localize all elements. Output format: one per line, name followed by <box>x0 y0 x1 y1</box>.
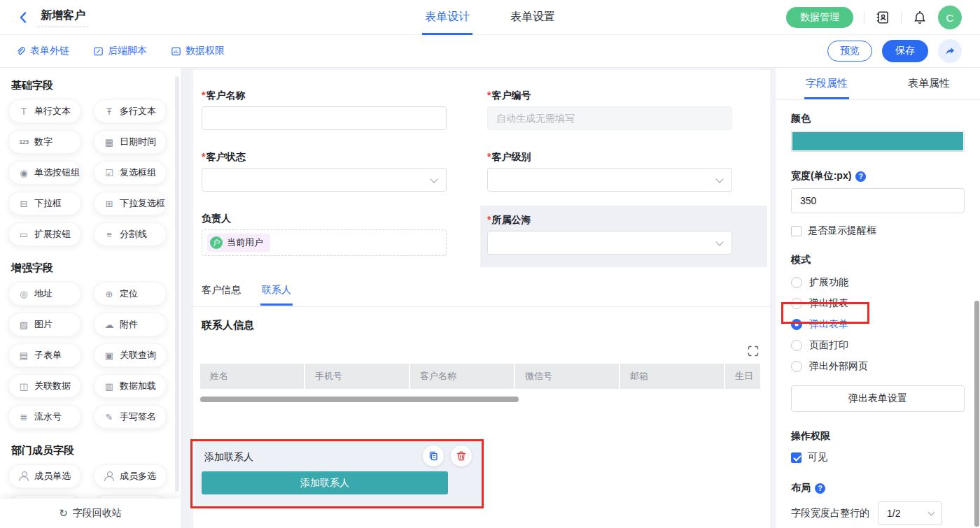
column-header[interactable]: 微信号 <box>515 364 619 389</box>
radio-icon[interactable] <box>791 361 802 372</box>
tab-form-settings[interactable]: 表单设置 <box>510 0 555 35</box>
backend-script-link[interactable]: 后端脚本 <box>93 45 147 57</box>
window-scrollbar[interactable] <box>974 301 979 527</box>
width-help-icon[interactable] <box>855 171 866 182</box>
user-avatar[interactable]: C <box>938 6 962 29</box>
expand-icon[interactable] <box>748 345 759 357</box>
sidebar-item-single-line-text[interactable]: T单行文本 <box>8 99 81 123</box>
mode-option-popup-external[interactable]: 弹出外部网页 <box>791 360 868 373</box>
sidebar-item-number[interactable]: 123数字 <box>8 130 81 154</box>
public-pool-select[interactable] <box>487 231 732 255</box>
tab-customer-info[interactable]: 客户信息 <box>202 284 241 306</box>
layout-width-select[interactable]: 1/2 <box>878 501 942 525</box>
sidebar-scrollbar[interactable] <box>175 76 179 492</box>
tab-field-properties[interactable]: 字段属性 <box>776 68 878 99</box>
layout-row-label: 字段宽度占整行的 <box>791 507 869 520</box>
sidebar-item-checkbox-group[interactable]: ☑复选框组 <box>94 161 167 185</box>
radio-icon[interactable] <box>791 340 802 351</box>
add-contact-button[interactable]: 添加联系人 <box>202 471 448 494</box>
sidebar-item-data-load[interactable]: ▥数据加载 <box>94 374 167 398</box>
sidebar-item-serial-number[interactable]: ≣流水号 <box>8 405 81 429</box>
sidebar-item-label: 下拉复选框 <box>120 197 165 210</box>
sidebar-item-label: 复选框组 <box>120 166 156 179</box>
column-header[interactable]: 生日 <box>725 364 760 389</box>
preview-button[interactable]: 预览 <box>827 41 872 62</box>
tab-contacts[interactable]: 联系人 <box>262 284 291 306</box>
data-manage-button[interactable]: 数据管理 <box>786 7 853 28</box>
sidebar-item-divider[interactable]: ≡分割线 <box>94 222 167 246</box>
save-button[interactable]: 保存 <box>882 40 928 62</box>
sidebar-item-address[interactable]: ◎地址 <box>8 282 81 306</box>
button-icon: ▭ <box>18 229 29 240</box>
location-icon: ⊕ <box>104 289 115 299</box>
sidebar-item-signature[interactable]: ✎手写签名 <box>94 405 167 429</box>
radio-icon[interactable] <box>791 319 802 330</box>
current-user-tag[interactable]: 户 当前用户 <box>207 234 270 252</box>
popup-form-settings-button[interactable]: 弹出表单设置 <box>791 385 965 412</box>
mode-option-popup-form[interactable]: 弹出表单 <box>791 318 848 331</box>
sidebar-item-location[interactable]: ⊕定位 <box>94 282 167 306</box>
back-icon[interactable] <box>15 10 31 25</box>
mode-option-label: 弹出外部网页 <box>809 360 868 373</box>
delete-field-button[interactable] <box>451 445 472 466</box>
sidebar-item-image[interactable]: ▨图片 <box>8 313 81 336</box>
mode-option-extend[interactable]: 扩展功能 <box>791 276 848 289</box>
field-recycle-bin[interactable]: ↻ 字段回收站 <box>0 499 181 528</box>
share-button[interactable] <box>938 39 962 63</box>
sidebar-section-title-basic: 基础字段 <box>11 79 168 92</box>
sidebar-item-relation-query[interactable]: ▣关联查询 <box>94 343 167 367</box>
mode-option-label: 弹出报表 <box>809 297 848 310</box>
sidebar-item-multi-dropdown[interactable]: ⊞下拉复选框 <box>94 192 167 215</box>
tab-form-properties[interactable]: 表单属性 <box>878 68 980 99</box>
sidebar-item-extend-button[interactable]: ▭扩展按钮 <box>8 222 81 246</box>
field-library-sidebar: 基础字段 T单行文本 Ŧ多行文本 123数字 ▦日期时间 ◉单选按钮组 ☑复选框… <box>0 68 181 528</box>
customer-no-input[interactable] <box>487 106 732 130</box>
data-permission-link[interactable]: 数据权限 <box>171 45 225 57</box>
mode-option-page-print[interactable]: 页面打印 <box>791 339 848 352</box>
copy-field-button[interactable] <box>423 445 444 466</box>
permission-label: 操作权限 <box>791 430 965 443</box>
toolbar-link-label: 后端脚本 <box>108 45 147 57</box>
layout-help-icon[interactable] <box>815 483 825 494</box>
sidebar-item-member-single[interactable]: 成员单选 <box>8 464 81 488</box>
form-card: *客户名称 *客户编号 *客户状态 *客户级别 负责人 户 当前用户 *所属公海 <box>193 70 770 528</box>
visible-checkbox[interactable] <box>791 452 802 463</box>
public-pool-field-selected[interactable]: *所属公海 <box>480 206 767 267</box>
form-title[interactable]: 新增客户 <box>38 8 88 27</box>
sidebar-item-dropdown[interactable]: ⊟下拉框 <box>8 192 81 215</box>
table-horizontal-scrollbar[interactable] <box>200 397 519 402</box>
sidebar-item-label: 流水号 <box>34 411 62 423</box>
sidebar-section-title-member: 部门成员字段 <box>11 444 168 457</box>
column-header[interactable]: 邮箱 <box>620 364 724 389</box>
mode-option-popup-report[interactable]: 弹出报表 <box>791 297 848 310</box>
sidebar-item-relation-data[interactable]: ◫关联数据 <box>8 374 81 398</box>
sidebar-item-multi-line-text[interactable]: Ŧ多行文本 <box>94 99 167 123</box>
sidebar-item-subform[interactable]: ▤子表单 <box>8 343 81 367</box>
address-book-icon[interactable] <box>875 10 890 25</box>
customer-status-select[interactable] <box>202 168 447 192</box>
visible-checkbox-row[interactable]: 可见 <box>791 451 965 464</box>
tab-form-design[interactable]: 表单设计 <box>425 0 470 35</box>
add-contact-field-selected[interactable]: 添加联系人 添加联系人 <box>195 442 482 506</box>
relation-query-icon: ▣ <box>104 350 115 361</box>
column-header[interactable]: 手机号 <box>305 364 409 389</box>
width-input[interactable] <box>791 188 965 213</box>
sidebar-item-label: 分割线 <box>120 228 147 241</box>
sidebar-item-radio-group[interactable]: ◉单选按钮组 <box>8 161 81 185</box>
column-header[interactable]: 客户名称 <box>410 364 514 389</box>
radio-icon[interactable] <box>791 298 802 309</box>
required-asterisk: * <box>487 214 491 225</box>
sidebar-item-member-multi[interactable]: 成员多选 <box>94 464 167 488</box>
reminder-checkbox-row[interactable]: 是否显示提醒框 <box>791 224 965 237</box>
sidebar-item-datetime[interactable]: ▦日期时间 <box>94 130 167 154</box>
color-swatch[interactable] <box>791 131 965 152</box>
bell-icon[interactable] <box>912 10 927 25</box>
reminder-checkbox[interactable] <box>791 226 802 236</box>
sidebar-item-attachment[interactable]: ☁附件 <box>94 313 167 336</box>
owner-field[interactable]: 户 当前用户 <box>202 229 447 256</box>
customer-level-select[interactable] <box>487 168 732 192</box>
customer-name-input[interactable] <box>202 106 447 130</box>
form-external-link[interactable]: 表单外链 <box>15 45 69 57</box>
radio-icon[interactable] <box>791 277 802 288</box>
column-header[interactable]: 姓名 <box>200 364 304 389</box>
